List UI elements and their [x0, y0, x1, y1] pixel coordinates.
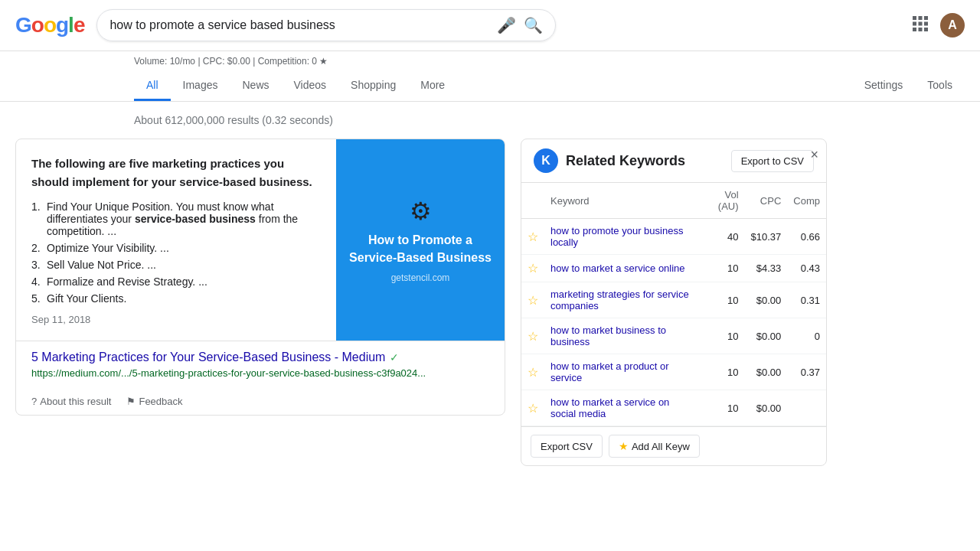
- feedback-label: Feedback: [139, 396, 182, 407]
- mic-icon[interactable]: 🎤: [497, 16, 516, 34]
- keyword-cell: how to market a service online: [544, 255, 701, 282]
- star-icon[interactable]: ☆: [528, 262, 538, 275]
- svg-rect-8: [924, 28, 928, 31]
- result-intro: The following are five marketing practic…: [31, 155, 321, 191]
- google-logo[interactable]: Google: [15, 13, 84, 37]
- left-content: The following are five marketing practic…: [15, 139, 505, 466]
- export-csv-button[interactable]: Export to CSV: [731, 150, 814, 172]
- panel-footer: Export CSV ★ Add All Keyw: [521, 426, 826, 465]
- tab-more[interactable]: More: [408, 71, 457, 101]
- list-item: Gift Your Clients.: [31, 292, 321, 305]
- table-row: ☆ how to market a product or service 10 …: [521, 354, 826, 390]
- keyword-link[interactable]: how to market a product or service: [550, 360, 669, 383]
- result-card-inner: The following are five marketing practic…: [16, 139, 505, 341]
- close-panel-button[interactable]: ×: [810, 147, 818, 163]
- tab-settings[interactable]: Settings: [852, 71, 916, 101]
- result-image: ⚙ How to Promote a Service-Based Busines…: [336, 139, 505, 341]
- star-cell[interactable]: ☆: [521, 390, 544, 426]
- header: Google 🎤 🔍 A: [0, 0, 980, 51]
- result-card: The following are five marketing practic…: [15, 139, 505, 416]
- keyword-cell: how to market business to business: [544, 318, 701, 354]
- tab-all[interactable]: All: [134, 71, 171, 101]
- tab-images[interactable]: Images: [171, 71, 230, 101]
- cpc-cell: $0.00: [745, 354, 788, 390]
- result-url: https://medium.com/.../5-marketing-pract…: [31, 367, 489, 379]
- svg-rect-4: [919, 21, 923, 25]
- results-info: About 612,000,000 results (0.32 seconds): [0, 102, 980, 139]
- search-button[interactable]: 🔍: [524, 16, 543, 34]
- k-icon: K: [534, 148, 558, 173]
- add-all-label: Add All Keyw: [632, 441, 690, 452]
- tab-news[interactable]: News: [230, 71, 281, 101]
- result-footer: ? About this result ⚑ Feedback: [16, 388, 505, 415]
- comp-cell: 0.31: [787, 282, 826, 318]
- vol-cell: 10: [701, 318, 744, 354]
- result-image-title: How to Promote a Service-Based Business: [348, 232, 492, 266]
- comp-cell: 0.37: [787, 354, 826, 390]
- keyword-cell: how to promote your business locally: [544, 219, 701, 255]
- keyword-link[interactable]: how to market a service on social media: [550, 396, 669, 419]
- apps-icon[interactable]: [913, 16, 928, 35]
- panel-title: Related Keywords: [566, 153, 685, 169]
- result-image-domain: getstencil.com: [391, 272, 450, 283]
- keyword-cell: marketing strategies for service compani…: [544, 282, 701, 318]
- keyword-col-header: Keyword: [544, 183, 701, 219]
- cpc-cell: $4.33: [745, 255, 788, 282]
- nav-tabs: All Images News Videos Shopping More Set…: [0, 67, 980, 102]
- keyword-link[interactable]: marketing strategies for service compani…: [550, 289, 689, 311]
- star-icon[interactable]: ☆: [528, 366, 538, 379]
- svg-rect-1: [919, 16, 923, 20]
- vol-cell: 10: [701, 390, 744, 426]
- keyword-link[interactable]: how to promote your business locally: [550, 225, 683, 248]
- search-input[interactable]: [109, 18, 489, 32]
- volume-bar: Volume: 10/mo | CPC: $0.00 | Competition…: [0, 51, 980, 67]
- star-col-header: [521, 183, 544, 219]
- table-row: ☆ how to market a service on social medi…: [521, 390, 826, 426]
- star-icon[interactable]: ☆: [528, 402, 538, 415]
- question-icon: ?: [31, 396, 37, 407]
- result-link[interactable]: 5 Marketing Practices for Your Service-B…: [31, 350, 489, 364]
- export-csv-footer-button[interactable]: Export CSV: [531, 435, 603, 458]
- star-icon[interactable]: ☆: [528, 294, 538, 307]
- svg-rect-5: [924, 21, 928, 25]
- volume-text: Volume: 10/mo | CPC: $0.00 | Competition…: [134, 56, 328, 67]
- feedback-button[interactable]: ⚑ Feedback: [126, 396, 182, 407]
- tab-videos[interactable]: Videos: [282, 71, 339, 101]
- header-right: A: [913, 13, 965, 37]
- gear-icon: ⚙: [410, 197, 432, 226]
- result-date: Sep 11, 2018: [31, 314, 321, 325]
- tab-shopping[interactable]: Shopping: [338, 71, 408, 101]
- star-cell[interactable]: ☆: [521, 255, 544, 282]
- table-header-row: Keyword Vol (AU) CPC Comp: [521, 183, 826, 219]
- list-item: Find Your Unique Position. You must know…: [31, 201, 321, 237]
- star-cell[interactable]: ☆: [521, 354, 544, 390]
- result-link-text: 5 Marketing Practices for Your Service-B…: [31, 350, 385, 364]
- svg-rect-0: [913, 16, 916, 20]
- keyword-link[interactable]: how to market business to business: [550, 324, 666, 347]
- star-icon[interactable]: ☆: [528, 330, 538, 343]
- keywords-table: Keyword Vol (AU) CPC Comp ☆ how to promo…: [521, 183, 826, 426]
- star-icon[interactable]: ☆: [528, 230, 538, 243]
- about-result[interactable]: ? About this result: [31, 396, 111, 407]
- cpc-cell: $0.00: [745, 318, 788, 354]
- tab-tools[interactable]: Tools: [915, 71, 965, 101]
- panel-header: K Related Keywords Export to CSV ×: [521, 139, 826, 183]
- keyword-link[interactable]: how to market a service online: [550, 262, 685, 274]
- star-cell[interactable]: ☆: [521, 219, 544, 255]
- star-cell[interactable]: ☆: [521, 282, 544, 318]
- comp-cell: 0.43: [787, 255, 826, 282]
- about-result-label: About this result: [40, 396, 111, 407]
- related-keywords-panel: K Related Keywords Export to CSV × Keywo…: [521, 139, 827, 466]
- cpc-cell: $10.37: [745, 219, 788, 255]
- cpc-cell: $0.00: [745, 282, 788, 318]
- avatar[interactable]: A: [940, 13, 965, 37]
- vol-cell: 10: [701, 255, 744, 282]
- table-row: ☆ marketing strategies for service compa…: [521, 282, 826, 318]
- table-row: ☆ how to promote your business locally 4…: [521, 219, 826, 255]
- list-item: Optimize Your Visibility. ...: [31, 242, 321, 254]
- comp-cell: 0.66: [787, 219, 826, 255]
- list-item: Formalize and Revise Strategy. ...: [31, 276, 321, 288]
- star-cell[interactable]: ☆: [521, 318, 544, 354]
- svg-rect-2: [924, 16, 928, 20]
- add-all-keywords-button[interactable]: ★ Add All Keyw: [609, 435, 700, 458]
